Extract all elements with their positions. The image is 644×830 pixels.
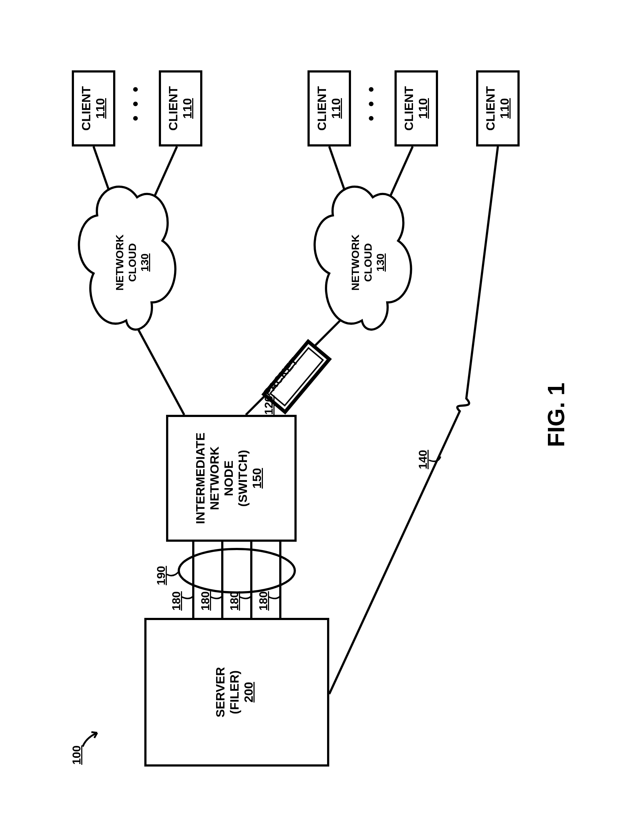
figure-label: FIG. 1	[543, 34, 570, 795]
packet-ref: 120	[262, 396, 275, 415]
client-label-1: CLIENT 110	[79, 70, 107, 146]
ellipsis-bottom: • • •	[362, 87, 380, 121]
switch-label: INTERMEDIATE NETWORK NODE (SWITCH) 150	[193, 415, 264, 542]
client-label-5: CLIENT 110	[483, 70, 512, 146]
svg-point-4	[179, 549, 295, 592]
link-ref-1: 180	[170, 591, 183, 611]
direct-link-ref: 140	[416, 450, 430, 469]
client-label-3: CLIENT 110	[315, 70, 343, 146]
client-label-4: CLIENT 110	[402, 70, 430, 146]
client-label-2: CLIENT 110	[166, 70, 195, 146]
link-ref-2: 180	[199, 591, 212, 611]
link-group-ref: 190	[155, 566, 168, 585]
cloud-b-label: NETWORK CLOUD 130	[349, 208, 387, 317]
link-ref-4: 180	[257, 591, 270, 611]
cloud-a-label: NETWORK CLOUD 130	[114, 208, 151, 317]
svg-line-5	[133, 320, 184, 415]
link-ref-3: 180	[228, 591, 241, 611]
figure-ref: 100	[70, 746, 84, 765]
server-label: SERVER (FILER) 200	[213, 618, 256, 767]
ellipsis-top: • • •	[126, 87, 145, 121]
diagram-stage: SERVER (FILER) 200 INTERMEDIATE NETWORK …	[50, 34, 594, 795]
